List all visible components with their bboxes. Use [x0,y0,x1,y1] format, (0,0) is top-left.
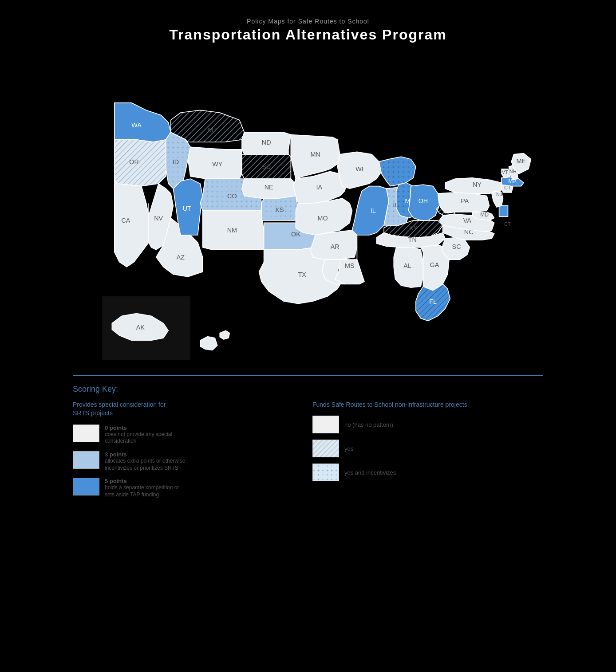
label-KS: KS [275,206,284,213]
label-TN: TN [408,236,417,243]
legend-points-0: 0 points [105,424,172,431]
label-MN: MN [310,151,320,158]
label-NE: NE [265,184,273,191]
label-KY: KY [409,224,418,232]
legend-text-0pts: 0 points does not provide any specialcon… [105,424,172,445]
state-MI [379,157,416,186]
state-HI-2 [220,330,229,339]
label-WA: WA [131,122,142,129]
label-CO: CO [227,193,237,200]
legend-points-3: 3 points [105,451,185,458]
state-WA [115,103,171,142]
label-SD: SD [262,163,271,170]
label-OH: OH [419,197,428,204]
label-GA: GA [430,261,439,268]
legend-text-3pts: 3 points allocates extra points or other… [105,451,185,472]
legend-desc-3: allocates extra points or otherwiseincen… [105,458,185,472]
legend-label-yes-incentivizes: yes and incentivizes [344,469,396,476]
legend-grid: Provides special consideration forSRTS p… [73,401,543,499]
legend-left-column: Provides special consideration forSRTS p… [73,401,304,499]
map-container: + + + [73,56,543,362]
state-OR [115,140,166,186]
label-PA: PA [461,197,469,204]
legend-right-column: Funds Safe Routes to School non-infrastr… [312,401,543,499]
svg-rect-14 [312,440,339,457]
label-OK: OK [291,231,300,238]
header: Policy Maps for Safe Routes to School Tr… [73,18,543,43]
label-MO: MO [318,215,328,222]
legend-section: Scoring Key: Provides special considerat… [73,375,543,499]
swatch-crosshatch: + [312,464,339,481]
page-container: Policy Maps for Safe Routes to School Tr… [64,0,552,525]
legend-label-no: no (has no pattern) [344,421,393,428]
label-CT: CT [504,221,511,227]
label-NY: NY [473,181,482,188]
legend-item-yes-incentivizes: + yes and incentivizes [312,464,543,481]
label-NJ: NJ [496,192,502,197]
label-WI: WI [355,165,363,173]
legend-item-3pts: 3 points allocates extra points or other… [73,451,304,472]
label-TX: TX [298,271,307,278]
swatch-0pts [73,424,99,442]
label-AL: AL [403,262,411,269]
label-MT: MT [208,126,217,134]
legend-points-5: 5 points [105,478,179,484]
legend-item-5pts: 5 points holds a separate competition or… [73,478,304,498]
header-title: Transportation Alternatives Program [73,27,543,43]
legend-text-5pts: 5 points holds a separate competition or… [105,478,179,498]
label-VT: VT [502,169,508,175]
legend-item-yes: yes [312,440,543,457]
label-WY: WY [212,161,223,168]
label-AR: AR [331,243,340,250]
legend-label-yes: yes [344,445,353,452]
label-CT-2: CT [504,185,511,190]
legend-left-title: Provides special consideration forSRTS p… [73,401,304,418]
label-MS: MS [345,262,355,269]
legend-item-no-pattern: no (has no pattern) [312,416,543,433]
swatch-hatch [312,440,339,457]
state-DE [499,206,508,216]
label-AK: AK [136,324,145,331]
us-map: + + + [73,56,543,360]
label-ND: ND [262,139,271,146]
legend-item-0pts: 0 points does not provide any specialcon… [73,424,304,445]
scoring-key-label: Scoring Key: [73,385,543,394]
state-CA [115,179,151,267]
swatch-5pts [73,478,99,495]
label-IL: IL [371,207,376,214]
label-UT: UT [183,205,191,212]
legend-desc-5: holds a separate competition orsets asid… [105,484,179,498]
label-FL: FL [429,298,437,305]
label-ID: ID [173,158,179,165]
label-NM: NM [227,227,237,234]
label-ME: ME [517,157,526,165]
label-CA: CA [121,217,130,224]
label-NV: NV [154,215,163,222]
header-subtitle: Policy Maps for Safe Routes to School [73,18,543,25]
legend-desc-0: does not provide any specialconsideratio… [105,431,172,445]
legend-right-items: no (has no pattern) [312,416,543,481]
svg-rect-17 [312,464,339,481]
swatch-3pts [73,451,99,469]
state-HI [200,337,217,350]
legend-left-items: 0 points does not provide any specialcon… [73,424,304,499]
swatch-no-pattern [312,416,339,433]
svg-rect-11 [312,416,339,433]
label-AZ: AZ [177,254,185,261]
label-VA: VA [463,217,472,224]
label-OR: OR [129,158,139,165]
legend-right-title: Funds Safe Routes to School non-infrastr… [312,401,543,409]
label-SC: SC [452,243,461,250]
label-IA: IA [316,184,323,191]
label-MD: MD [480,212,489,218]
